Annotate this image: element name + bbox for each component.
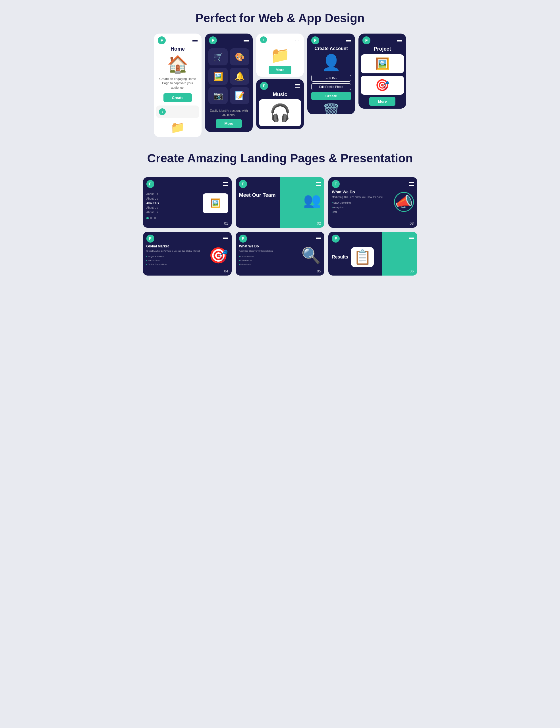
phone-home-create-button[interactable]: Create	[164, 93, 192, 102]
phone-folder-header: ‹ ···	[256, 34, 304, 45]
slide4-number: 04	[224, 269, 228, 273]
phone-home-logo: F	[158, 36, 166, 44]
slide1-header: F	[143, 177, 232, 190]
headphones-icon: 🎧	[259, 99, 301, 126]
slide5-header: F	[236, 232, 324, 244]
dot-2	[150, 217, 152, 219]
slide3-header: F	[328, 177, 417, 190]
slide4-bullet-1: Target Audience	[146, 255, 209, 258]
slide5-bullet-1: Observations	[239, 255, 301, 258]
phone-music-header: F	[256, 79, 304, 92]
phone-icons-more-button[interactable]: More	[216, 119, 242, 128]
slide1-item-2: About Us	[146, 197, 200, 201]
phone-music-logo: F	[260, 82, 268, 90]
slide-what-we-do-2: F What We Do Analytics Discovery Interpr…	[236, 232, 324, 276]
slide-meet-team: F Meet Our Team 👥 02	[236, 177, 324, 228]
edit-bio-button[interactable]: Edit Bio	[311, 75, 351, 82]
slides-grid: F About Us About Us About Us About Us Ab…	[140, 177, 420, 281]
slide3-bullet-1: SEO Marketing	[332, 200, 391, 205]
slide6-header: F	[328, 232, 417, 244]
hamburger-icon-project	[397, 39, 402, 42]
phones-row: F Home 🏠 Create an engaging Home Page to…	[146, 34, 414, 137]
icons-grid: 🛒 🎨 🖼️ 🔔 📷 📝	[205, 46, 253, 106]
slide1-item-3-active: About Us	[146, 201, 200, 206]
icon-bell: 🔔	[230, 68, 249, 85]
phone-icons-description: Easily identify sections with 3D Icons.	[205, 106, 253, 119]
avatar-icon: 👤	[307, 53, 355, 72]
slide-what-we-do: F What We Do Marketing 101 Let's Show Yo…	[328, 177, 417, 228]
phone-project: F Project 🖼️ 🎯 More	[358, 34, 406, 109]
slide6-content: Results 📋	[328, 244, 417, 276]
slide5-title: What We Do	[239, 244, 301, 248]
slide1-dots	[143, 217, 232, 219]
slide5-bullet-2: Documents	[239, 258, 301, 262]
hamburger-slide1	[223, 182, 228, 186]
slide3-bullet-2: Analytics	[332, 205, 391, 210]
hamburger-slide2	[316, 182, 321, 186]
slide3-content: What We Do Marketing 101 Let's Show You …	[328, 190, 417, 223]
slide2-title: Meet Our Team	[239, 192, 301, 198]
hamburger-icon-2	[244, 39, 249, 42]
slide1-image-icon: 🖼️	[203, 193, 228, 213]
section-web-app-design: Perfect for Web & App Design F Home 🏠 Cr…	[140, 0, 420, 146]
slide5-number: 05	[317, 269, 321, 273]
folder-more-button-container: More	[256, 66, 304, 77]
slide1-logo: F	[146, 180, 154, 188]
phone-project-logo: F	[362, 36, 370, 44]
phone-home-bottom-icon: 📁	[154, 121, 202, 137]
section2-title: Create Amazing Landing Pages & Presentat…	[146, 151, 414, 166]
phone-icons-header: F	[205, 34, 253, 46]
slide6-title-container: Results	[332, 255, 348, 260]
icon-notes: 📝	[230, 87, 249, 104]
target-icon: 🎯	[209, 246, 228, 265]
phone-project-header: F	[358, 34, 406, 46]
hamburger-icon-music	[295, 84, 300, 88]
phone-account-bottom: 🗑️	[307, 103, 355, 114]
hamburger-icon	[193, 39, 198, 42]
slide6-title: Results	[332, 255, 348, 260]
phone-project-title: Project	[358, 46, 406, 52]
phone-icons-logo: F	[209, 36, 217, 44]
magnifier-icon: 🔍	[301, 246, 321, 265]
slide2-content: Meet Our Team 👥	[236, 190, 324, 217]
phone-icons: F 🛒 🎨 🖼️ 🔔 📷 📝 Easily identify sections …	[205, 34, 253, 132]
phone-folder-music-column: ‹ ··· 📁 More F Music 🎧	[256, 34, 304, 129]
project-more-button[interactable]: More	[369, 97, 395, 106]
slide1-item-4: About Us	[146, 206, 200, 210]
dot-active	[146, 217, 149, 219]
account-create-button[interactable]: Create	[311, 92, 351, 100]
slide5-left: What We Do Analytics Discovery Interpret…	[239, 244, 301, 267]
phone-account-header: F	[307, 34, 355, 46]
slide4-content: Global Market Global Market Let's Take a…	[143, 244, 232, 275]
slide4-description: Global Market Let's Take a Look at the G…	[146, 249, 209, 253]
folder-more-button[interactable]: More	[269, 66, 291, 74]
hamburger-slide5	[316, 237, 321, 240]
slide3-left: What We Do Marketing 101 Let's Show You …	[332, 190, 391, 214]
phone-home-header: F	[154, 34, 202, 46]
phone-home-icon: 🏠	[154, 54, 202, 75]
slide5-description: Analytics Discovery Interpretation	[239, 249, 301, 253]
back-arrow-icon[interactable]: ‹	[159, 108, 166, 115]
slide1-number: 01	[224, 221, 228, 226]
slide4-left: Global Market Global Market Let's Take a…	[146, 244, 209, 267]
phone-home-description: Create an engaging Home Page to captivat…	[154, 77, 202, 90]
back-arrow-folder[interactable]: ‹	[260, 36, 267, 43]
phone-home-title: Home	[154, 46, 202, 52]
slide1-text: About Us About Us About Us About Us Abou…	[146, 192, 200, 215]
phone-home-bottom-card: ‹ ···	[156, 106, 199, 118]
slide5-content: What We Do Analytics Discovery Interpret…	[236, 244, 324, 275]
section-landing-pages: Create Amazing Landing Pages & Presentat…	[140, 146, 420, 177]
slide4-bullets: Target Audience Market Size Global Compe…	[146, 255, 209, 267]
slide5-logo: F	[239, 235, 247, 243]
slide4-header: F	[143, 232, 232, 244]
slide4-bullet-3: Global Competitors	[146, 262, 209, 266]
phone-account-buttons: Edit Bio Edit Profile Photo Create	[307, 73, 355, 102]
megaphone-icon: 📣	[394, 192, 414, 212]
edit-profile-photo-button[interactable]: Edit Profile Photo	[311, 83, 351, 90]
dot-3	[154, 217, 156, 219]
phone-create-account: F Create Account 👤 Edit Bio Edit Profile…	[307, 34, 355, 114]
slide3-bullet-3: PR	[332, 210, 391, 214]
slide3-number: 03	[410, 221, 414, 226]
slide2-logo: F	[239, 180, 247, 188]
section1-title: Perfect for Web & App Design	[146, 11, 414, 25]
